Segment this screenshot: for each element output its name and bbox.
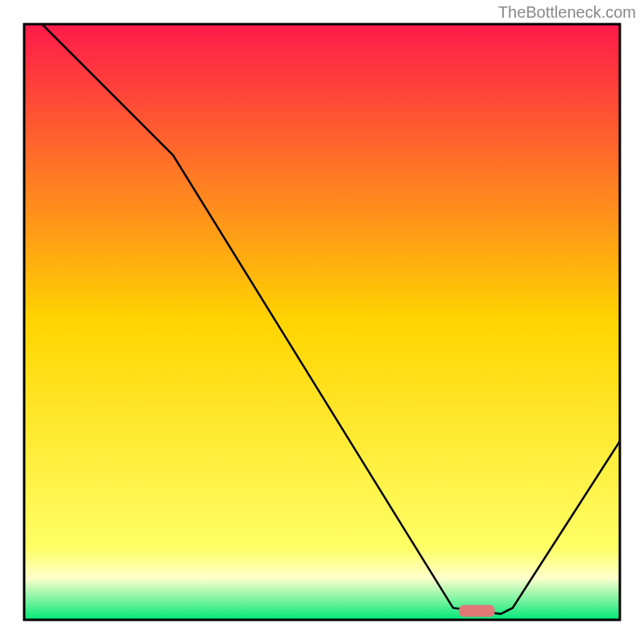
chart-svg bbox=[0, 0, 644, 644]
chart-container: TheBottleneck.com bbox=[0, 0, 644, 644]
optimal-marker bbox=[459, 605, 494, 617]
plot-background bbox=[24, 24, 620, 620]
watermark: TheBottleneck.com bbox=[498, 3, 636, 22]
